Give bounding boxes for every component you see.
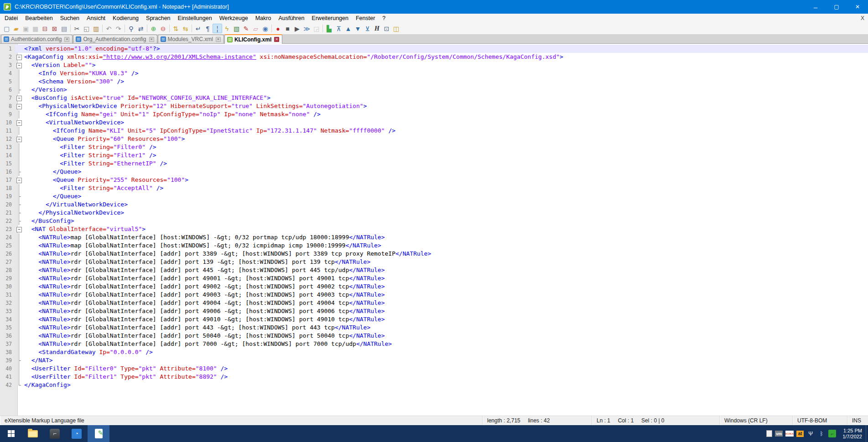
- open-file-icon[interactable]: ▰: [11, 24, 21, 33]
- fold-collapse-icon[interactable]: [15, 94, 23, 102]
- kuka-workvisual-app[interactable]: ◔: [66, 425, 88, 442]
- code-line-21[interactable]: 21 </PhysicalNetworkDevice>: [0, 209, 868, 217]
- code-line-31[interactable]: 31 <NATRule>rdr [GlobalNatInterface] [ad…: [0, 291, 868, 299]
- fold-collapse-icon[interactable]: [15, 61, 23, 69]
- code-line-1[interactable]: 1<?xml version="1.0" encoding="utf-8"?>: [0, 45, 868, 53]
- menu-item-suchen[interactable]: Suchen: [57, 14, 83, 22]
- code-line-38[interactable]: 38 <StandardGateway Ip="0.0.0.0" />: [0, 348, 868, 356]
- code-line-29[interactable]: 29 <NATRule>rdr [GlobalNatInterface] [ad…: [0, 274, 868, 283]
- robot-status-tray-icon[interactable]: ⌐: [828, 430, 836, 437]
- menu-item-werkzeuge[interactable]: Werkzeuge: [216, 14, 252, 22]
- menu-item-kodierung[interactable]: Kodierung: [109, 14, 142, 22]
- tab-authentication-config[interactable]: Authentication.config×: [1, 35, 73, 43]
- menu-item-sprachen[interactable]: Sprachen: [142, 14, 174, 22]
- code-line-34[interactable]: 34 <NATRule>rdr [GlobalNatInterface] [ad…: [0, 315, 868, 324]
- new-file-icon[interactable]: ▢: [2, 24, 11, 33]
- code-line-37[interactable]: 37 <NATRule>rdr [GlobalNatInterface] [ad…: [0, 340, 868, 348]
- print-icon[interactable]: ▤: [59, 24, 69, 33]
- plugin-folder-link-icon[interactable]: ◫: [391, 24, 401, 33]
- close-button[interactable]: [847, 0, 868, 14]
- word-wrap-icon[interactable]: ↵: [193, 24, 203, 33]
- replace-icon[interactable]: ⇄: [136, 24, 146, 33]
- tab-close-icon[interactable]: ×: [274, 37, 279, 42]
- plugin-expand-all-icon[interactable]: ⊻: [363, 24, 372, 33]
- macro-stop-icon[interactable]: ■: [283, 24, 292, 33]
- editor-lines[interactable]: 1<?xml version="1.0" encoding="utf-8"?>2…: [0, 44, 868, 389]
- notepad-tray-icon[interactable]: [766, 430, 772, 437]
- undo-icon[interactable]: ↶: [104, 24, 114, 33]
- plugin-chart-icon[interactable]: ▙: [324, 24, 334, 33]
- menu-item-datei[interactable]: Datei: [1, 14, 21, 22]
- code-line-8[interactable]: 8 <PhysicalNetworkDevice Priority="12" H…: [0, 102, 868, 110]
- code-line-40[interactable]: 40 <UserFilter Id="Filter0" Type="pkt" A…: [0, 365, 868, 373]
- code-line-2[interactable]: 2<KagaConfig xmlns:xsi="http://www.w3.or…: [0, 53, 868, 61]
- taskbar-clock[interactable]: 1:25 PM 1/7/2022: [839, 425, 866, 442]
- code-line-13[interactable]: 13 <Filter String="Filter0" />: [0, 143, 868, 151]
- show-all-chars-icon[interactable]: ¶: [203, 24, 213, 33]
- macro-record-icon[interactable]: ●: [273, 24, 283, 33]
- close-file-icon[interactable]: ⊟: [40, 24, 50, 33]
- menu-item-fenster[interactable]: Fenster: [352, 14, 379, 22]
- code-line-17[interactable]: 17 <Queue Priority="255" Resources="100"…: [0, 176, 868, 184]
- vmware-tray-icon[interactable]: vm: [775, 431, 783, 437]
- status-insert-mode[interactable]: INS: [847, 416, 868, 425]
- code-line-26[interactable]: 26 <NATRule>rdr [GlobalNatInterface] [ad…: [0, 250, 868, 258]
- sync-horizontal-icon[interactable]: ⇆: [181, 24, 190, 33]
- function-completion-icon[interactable]: ϟ: [222, 24, 232, 33]
- kuka-tray-icon[interactable]: KUKA: [785, 431, 794, 437]
- code-line-41[interactable]: 41 <UserFilter Id="Filter1" Type="pkt" A…: [0, 373, 868, 381]
- tab-close-icon[interactable]: ×: [216, 37, 221, 42]
- plugin-fold-down-icon[interactable]: ▼: [353, 24, 363, 33]
- start-button[interactable]: [0, 425, 22, 442]
- code-line-20[interactable]: 20 </VirtualNetworkDevice>: [0, 200, 868, 209]
- code-line-19[interactable]: 19 </Queue>: [0, 192, 868, 200]
- code-line-25[interactable]: 25 <NATRule>map [GlobalNatInterface] [ho…: [0, 242, 868, 250]
- zoom-out-icon[interactable]: ⊖: [158, 24, 168, 33]
- code-line-27[interactable]: 27 <NATRule>rdr [GlobalNatInterface] [ad…: [0, 258, 868, 266]
- code-line-4[interactable]: 4 <Info Version="KUKA V8.3" />: [0, 69, 868, 77]
- fold-collapse-icon[interactable]: [15, 225, 23, 233]
- code-line-5[interactable]: 5 <Schema Version="300" />: [0, 77, 868, 86]
- menu-item-einstellungen[interactable]: Einstellungen: [174, 14, 216, 22]
- show-desktop-button[interactable]: [866, 425, 868, 442]
- bluetooth-tray-icon[interactable]: ᛒ: [817, 430, 826, 438]
- cut-icon[interactable]: ✂: [72, 24, 82, 33]
- menu-item-erweiterungen[interactable]: Erweiterungen: [308, 14, 352, 22]
- tab-org-authentication-config[interactable]: Org_Authentication.config×: [73, 35, 157, 43]
- fold-collapse-icon[interactable]: [15, 176, 23, 184]
- fold-collapse-icon[interactable]: [15, 102, 23, 110]
- plugin-html-preview-icon[interactable]: H: [372, 24, 382, 33]
- plugin-collapse-all-icon[interactable]: ⊼: [334, 24, 343, 33]
- code-line-42[interactable]: 42</KagaConfig>: [0, 381, 868, 389]
- indent-guide-icon[interactable]: ¦: [213, 24, 222, 33]
- menubar-close-button[interactable]: X: [861, 15, 868, 21]
- status-cursor-position[interactable]: Ln : 1 Col : 1 Sel : 0 | 0: [592, 416, 720, 425]
- plugin-fold-up-icon[interactable]: ▲: [343, 24, 353, 33]
- code-line-24[interactable]: 24 <NATRule>map [GlobalNatInterface] [ho…: [0, 233, 868, 242]
- code-line-12[interactable]: 12 <Queue Priority="60" Resources="100">: [0, 135, 868, 143]
- code-line-3[interactable]: 3 <Version Label="">: [0, 61, 868, 69]
- document-monitor-icon[interactable]: ◉: [260, 24, 270, 33]
- file-explorer-app[interactable]: [22, 425, 44, 442]
- usb-tray-icon[interactable]: Ψ: [806, 430, 815, 438]
- document-map-icon[interactable]: ▧: [232, 24, 241, 33]
- plugin-console-icon[interactable]: ⊡: [382, 24, 391, 33]
- function-list-icon[interactable]: ✎: [241, 24, 251, 33]
- redo-icon[interactable]: ↷: [114, 24, 123, 33]
- find-icon[interactable]: ⚲: [126, 24, 136, 33]
- code-line-32[interactable]: 32 <NATRule>rdr [GlobalNatInterface] [ad…: [0, 299, 868, 307]
- sync-vertical-icon[interactable]: ⇅: [171, 24, 181, 33]
- code-line-23[interactable]: 23 <NAT GlobalInterface="virtual5">: [0, 225, 868, 233]
- copy-icon[interactable]: ◱: [82, 24, 91, 33]
- code-line-22[interactable]: 22 </BusConfig>: [0, 217, 868, 225]
- macro-play-icon[interactable]: ▶: [292, 24, 302, 33]
- code-line-30[interactable]: 30 <NATRule>rdr [GlobalNatInterface] [ad…: [0, 283, 868, 291]
- autoit-tray-icon[interactable]: at: [796, 431, 804, 437]
- tab-modules-vrc-xml[interactable]: Modules_VRC.xml×: [158, 35, 224, 43]
- fold-collapse-icon[interactable]: [15, 135, 23, 143]
- code-line-11[interactable]: 11 <IfConfig Name="KLI" Unit="5" IpConfi…: [0, 127, 868, 135]
- code-line-33[interactable]: 33 <NATRule>rdr [GlobalNatInterface] [ad…: [0, 307, 868, 315]
- code-line-7[interactable]: 7 <BusConfig isActive="true" Id="NETWORK…: [0, 94, 868, 102]
- tab-kliconfig-xml[interactable]: KLIConfig.xml×: [224, 34, 282, 44]
- menu-item-makro[interactable]: Makro: [252, 14, 275, 22]
